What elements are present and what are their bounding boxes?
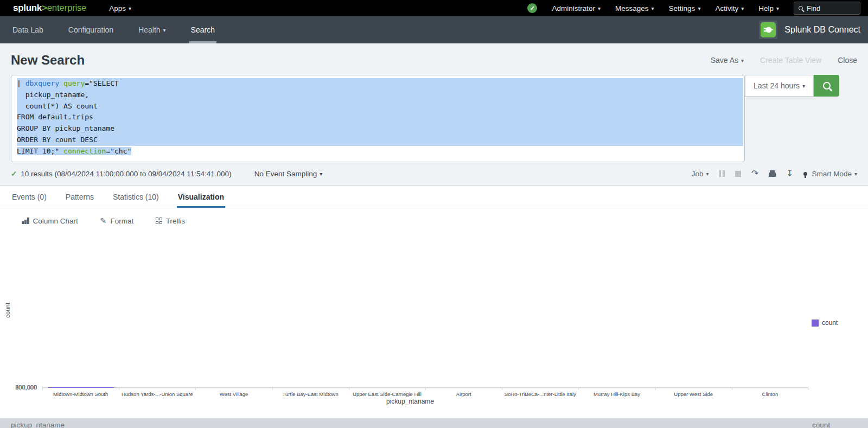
visualization-toolbar: Column Chart Format Trellis xyxy=(0,208,868,232)
category-label: Upper East Side-Carnegie Hill xyxy=(349,391,425,397)
appnav-configuration[interactable]: Configuration xyxy=(67,16,115,43)
activity-menu[interactable]: Activity xyxy=(715,4,744,12)
query-token: ="chc" xyxy=(106,147,131,155)
chevron-down-icon xyxy=(774,4,779,12)
close-button[interactable]: Close xyxy=(838,56,857,65)
query-line: LIMIT 10;" connection="chc" xyxy=(17,146,743,157)
appnav-data-lab[interactable]: Data Lab xyxy=(11,16,45,43)
query-token xyxy=(59,79,63,87)
trellis-grid-icon xyxy=(156,218,162,224)
appnav-search[interactable]: Search xyxy=(189,16,216,43)
messages-menu-label: Messages xyxy=(615,4,649,12)
event-sampling-label: No Event Sampling xyxy=(254,170,317,178)
splunk-logo[interactable]: splunk>enterprise xyxy=(13,3,86,14)
save-as-button[interactable]: Save As xyxy=(711,56,744,65)
x-tick xyxy=(272,388,273,390)
search-submit-button[interactable] xyxy=(814,75,839,97)
query-selection: LIMIT 10;" connection="chc" xyxy=(17,147,131,155)
search-mode-selector[interactable]: Smart Mode xyxy=(803,170,857,178)
success-check-icon: ✓ xyxy=(11,169,17,178)
administrator-menu-label: Administrator xyxy=(552,4,595,12)
print-button[interactable] xyxy=(769,171,776,177)
tab-patterns[interactable]: Patterns xyxy=(65,186,95,208)
chevron-down-icon xyxy=(695,4,700,12)
db-connect-plug-icon xyxy=(761,22,776,37)
chart-type-picker[interactable]: Column Chart xyxy=(22,217,78,225)
stats-col-pickup-ntaname[interactable]: pickup_ntaname xyxy=(11,421,65,428)
query-token: LIMIT 10;" xyxy=(17,147,63,155)
appnav-label: Search xyxy=(191,25,215,34)
tab-statistics-10[interactable]: Statistics (10) xyxy=(112,186,160,208)
column-chart: count pickup_ntaname count 200,000400,00… xyxy=(0,232,868,412)
appnav-health[interactable]: Health xyxy=(137,16,168,43)
category-label: Airport xyxy=(425,391,502,397)
search-icon xyxy=(799,6,803,10)
legend-swatch xyxy=(812,320,819,327)
x-tick xyxy=(578,388,579,390)
create-table-view-button[interactable]: Create Table View xyxy=(760,56,821,65)
stats-col-count[interactable]: count xyxy=(812,421,830,428)
settings-menu[interactable]: Settings xyxy=(669,4,701,12)
tab-visualization[interactable]: Visualization xyxy=(177,186,225,208)
apps-menu[interactable]: Apps xyxy=(109,4,131,12)
query-line: FROM default.trips xyxy=(17,112,743,123)
trellis-label: Trellis xyxy=(166,217,186,225)
query-line: ORDER BY count DESC xyxy=(17,135,743,146)
app-name: Splunk DB Connect xyxy=(784,25,860,35)
page-title: New Search xyxy=(11,53,85,68)
query-token: | xyxy=(17,79,25,87)
stop-icon xyxy=(735,171,741,177)
administrator-menu[interactable]: Administrator xyxy=(552,4,601,12)
printer-icon xyxy=(769,173,776,177)
settings-menu-label: Settings xyxy=(669,4,695,12)
find-search-box[interactable] xyxy=(794,2,860,15)
chart-legend[interactable]: count xyxy=(812,319,838,327)
column-chart-icon xyxy=(22,218,29,224)
logo-enterprise-text: enterprise xyxy=(47,3,87,13)
chevron-down-icon xyxy=(317,170,322,178)
time-range-label: Last 24 hours xyxy=(754,81,800,90)
pause-job-button[interactable] xyxy=(719,170,725,177)
search-icon xyxy=(823,82,831,90)
event-sampling-dropdown[interactable]: No Event Sampling xyxy=(254,170,323,178)
chart-plot-area xyxy=(42,248,808,388)
x-tick xyxy=(119,388,119,390)
format-label: Format xyxy=(111,217,134,225)
lightbulb-icon xyxy=(803,172,807,176)
tab-events-0[interactable]: Events (0) xyxy=(11,186,48,208)
format-button[interactable]: Format xyxy=(100,216,134,225)
job-menu[interactable]: Job xyxy=(692,170,709,178)
x-tick xyxy=(195,388,196,390)
query-line: | dbxquery query="SELECT xyxy=(17,78,743,90)
health-status-icon[interactable]: ✓ xyxy=(527,3,537,13)
app-navbar: Data LabConfigurationHealthSearch Splunk… xyxy=(0,16,868,43)
query-line: count(*) AS count xyxy=(17,101,743,112)
topbar-right-menus: ✓ AdministratorMessagesSettingsActivityH… xyxy=(527,2,860,15)
logo-gt-text: > xyxy=(42,3,47,13)
query-line: GROUP BY pickup_ntaname xyxy=(17,123,743,135)
share-job-button[interactable]: ↷ xyxy=(751,170,758,177)
export-button[interactable]: ↧ xyxy=(786,170,793,177)
query-token: dbxquery xyxy=(25,79,60,87)
chart-type-label: Column Chart xyxy=(33,217,78,225)
appnav-label: Configuration xyxy=(68,25,113,34)
category-label: Hudson Yards-...-Union Square xyxy=(119,391,195,397)
time-range-picker[interactable]: Last 24 hours xyxy=(745,75,814,97)
category-label: Murray Hill-Kips Bay xyxy=(578,391,655,397)
x-tick xyxy=(42,388,43,390)
y-axis-title: count xyxy=(4,303,11,318)
query-token: GROUP BY pickup_ntaname xyxy=(17,124,114,132)
trellis-button[interactable]: Trellis xyxy=(156,217,185,225)
search-zone: New Search Save As Create Table View Clo… xyxy=(0,43,868,186)
query-token: count(*) AS count xyxy=(17,102,98,110)
help-menu[interactable]: Help xyxy=(758,4,779,12)
chevron-down-icon xyxy=(852,170,857,178)
find-input[interactable] xyxy=(807,4,850,12)
splunk-topbar: splunk>enterprise Apps ✓ AdministratorMe… xyxy=(0,0,868,16)
app-identity[interactable]: Splunk DB Connect xyxy=(759,16,860,43)
category-label: West Village xyxy=(195,391,272,397)
messages-menu[interactable]: Messages xyxy=(615,4,654,12)
search-query-input[interactable]: | dbxquery query="SELECT pickup_ntaname,… xyxy=(11,75,745,162)
stop-job-button[interactable] xyxy=(735,171,741,177)
query-line: pickup_ntaname, xyxy=(17,90,743,101)
